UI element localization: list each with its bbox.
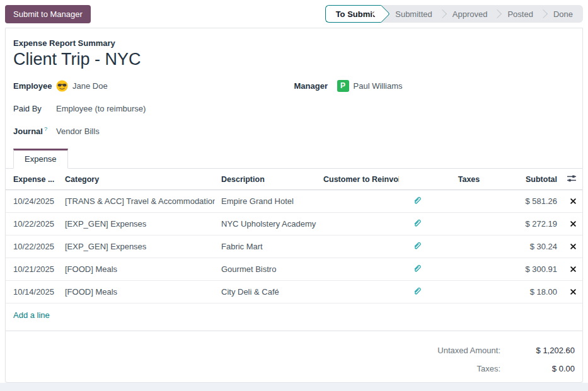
- paperclip-icon[interactable]: [413, 241, 421, 250]
- col-header-attachment: [399, 169, 434, 190]
- page-background-strip: [0, 383, 588, 391]
- employee-value[interactable]: Jane Doe: [72, 81, 108, 91]
- cell-subtotal[interactable]: $ 30.24: [504, 235, 563, 258]
- expense-table-body: 10/24/2025 [TRANS & ACC] Travel & Accomm…: [6, 190, 582, 303]
- cell-description[interactable]: Gourmet Bistro: [215, 258, 317, 281]
- cell-taxes[interactable]: [434, 235, 504, 258]
- add-line-link[interactable]: Add a line: [13, 310, 50, 320]
- cell-expense-date[interactable]: 10/24/2025: [6, 190, 59, 213]
- delete-row-icon[interactable]: [570, 244, 576, 249]
- taxes-value: $ 0.00: [500, 360, 575, 378]
- status-step-submitted[interactable]: Submitted: [381, 5, 442, 23]
- manager-avatar: P: [337, 80, 349, 92]
- col-header-taxes[interactable]: Taxes: [434, 169, 504, 190]
- expense-table: Expense ... Category Description Custome…: [6, 169, 582, 326]
- cell-description[interactable]: NYC Upholstery Academy: [215, 213, 317, 235]
- employee-avatar: [56, 80, 68, 92]
- status-step-posted[interactable]: Posted: [497, 5, 543, 23]
- untaxed-amount-value: $ 1,202.60: [500, 341, 575, 360]
- cell-expense-date[interactable]: 10/21/2025: [6, 258, 59, 281]
- table-row[interactable]: 10/22/2025 [EXP_GEN] Expenses Fabric Mar…: [6, 235, 582, 258]
- paperclip-icon[interactable]: [413, 264, 421, 273]
- cell-subtotal[interactable]: $ 272.19: [504, 213, 563, 235]
- paperclip-icon[interactable]: [413, 196, 421, 205]
- status-step-label: Submitted: [395, 9, 432, 19]
- field-grid: Employee Jane Doe: [13, 79, 575, 147]
- status-step-done[interactable]: Done: [543, 5, 583, 23]
- cell-attachment: [399, 190, 434, 213]
- cell-category[interactable]: [EXP_GEN] Expenses: [59, 235, 215, 258]
- col-header-description[interactable]: Description: [215, 169, 317, 190]
- field-manager: Manager P Paul Williams: [294, 79, 575, 92]
- delete-row-icon[interactable]: [570, 289, 576, 295]
- form-sheet: Expense Report Summary Client Trip - NYC…: [5, 28, 583, 383]
- col-header-expense-date[interactable]: Expense ...: [6, 169, 59, 190]
- paperclip-icon[interactable]: [413, 286, 421, 295]
- cell-delete: [563, 235, 582, 258]
- cell-taxes[interactable]: [434, 281, 504, 303]
- paid-by-value[interactable]: Employee (to reimburse): [56, 104, 146, 113]
- col-header-category[interactable]: Category: [59, 169, 215, 190]
- cell-category[interactable]: [FOOD] Meals: [59, 258, 215, 281]
- cell-subtotal[interactable]: $ 18.00: [504, 281, 563, 303]
- untaxed-amount-label: Untaxed Amount:: [13, 341, 500, 360]
- cell-description[interactable]: City Deli & Café: [215, 281, 317, 303]
- delete-row-icon[interactable]: [570, 221, 576, 227]
- paid-by-label: Paid By: [13, 104, 56, 113]
- cell-subtotal[interactable]: $ 581.26: [504, 190, 563, 213]
- cell-attachment: [399, 213, 434, 235]
- manager-label: Manager: [294, 81, 337, 91]
- cell-expense-date[interactable]: 10/22/2025: [6, 235, 59, 258]
- summary-label: Expense Report Summary: [13, 38, 575, 48]
- cell-customer[interactable]: [317, 258, 399, 281]
- cell-description[interactable]: Empire Grand Hotel: [215, 190, 317, 213]
- status-step-to-submit[interactable]: To Submit: [325, 5, 382, 23]
- status-step-approved[interactable]: Approved: [442, 5, 498, 23]
- field-employee: Employee Jane Doe: [13, 79, 294, 92]
- page-title[interactable]: Client Trip - NYC: [13, 50, 575, 69]
- cell-expense-date[interactable]: 10/14/2025: [6, 281, 59, 303]
- employee-label: Employee: [13, 81, 56, 91]
- cell-category[interactable]: [EXP_GEN] Expenses: [59, 213, 215, 235]
- totals-block: Untaxed Amount: $ 1,202.60 Taxes: $ 0.00…: [6, 331, 582, 383]
- cell-subtotal[interactable]: $ 300.91: [504, 258, 563, 281]
- journal-value[interactable]: Vendor Bills: [56, 127, 100, 136]
- cell-customer[interactable]: [317, 281, 399, 303]
- delete-row-icon[interactable]: [570, 266, 576, 272]
- paperclip-icon[interactable]: [413, 218, 421, 227]
- cell-taxes[interactable]: [434, 213, 504, 235]
- submit-to-manager-button[interactable]: Submit to Manager: [5, 5, 91, 23]
- table-row[interactable]: 10/22/2025 [EXP_GEN] Expenses NYC Uphols…: [6, 213, 582, 235]
- cell-category[interactable]: [TRANS & ACC] Travel & Accommodation: [59, 190, 215, 213]
- table-row[interactable]: 10/21/2025 [FOOD] Meals Gourmet Bistro $…: [6, 258, 582, 281]
- cell-description[interactable]: Fabric Mart: [215, 235, 317, 258]
- delete-row-icon[interactable]: [570, 198, 576, 204]
- cell-expense-date[interactable]: 10/22/2025: [6, 213, 59, 235]
- field-journal: Journal? Vendor Bills: [13, 125, 294, 137]
- cell-customer[interactable]: [317, 213, 399, 235]
- cell-delete: [563, 190, 582, 213]
- cell-customer[interactable]: [317, 235, 399, 258]
- cell-attachment: [399, 281, 434, 303]
- col-header-subtotal[interactable]: Subtotal: [504, 169, 563, 190]
- cell-customer[interactable]: [317, 190, 399, 213]
- cell-attachment: [399, 258, 434, 281]
- cell-category[interactable]: [FOOD] Meals: [59, 281, 215, 303]
- cell-delete: [563, 213, 582, 235]
- field-paid-by: Paid By Employee (to reimburse): [13, 102, 294, 115]
- table-row[interactable]: 10/14/2025 [FOOD] Meals City Deli & Café…: [6, 281, 582, 303]
- add-line-row: Add a line: [6, 303, 582, 327]
- statusbar: To Submit Submitted Approved Posted Done: [325, 5, 583, 23]
- help-icon[interactable]: ?: [44, 126, 47, 132]
- tab-expense[interactable]: Expense: [13, 149, 68, 169]
- col-header-customer[interactable]: Customer to Reinvoice: [317, 169, 399, 190]
- table-row[interactable]: 10/24/2025 [TRANS & ACC] Travel & Accomm…: [6, 190, 582, 213]
- status-step-label: Approved: [453, 9, 488, 19]
- control-panel: Submit to Manager To Submit Submitted Ap…: [0, 0, 588, 28]
- total-label: Total:: [13, 378, 500, 383]
- cell-attachment: [399, 235, 434, 258]
- cell-taxes[interactable]: [434, 258, 504, 281]
- optional-columns-icon[interactable]: [567, 174, 576, 183]
- cell-taxes[interactable]: [434, 190, 504, 213]
- manager-value[interactable]: Paul Williams: [354, 81, 403, 91]
